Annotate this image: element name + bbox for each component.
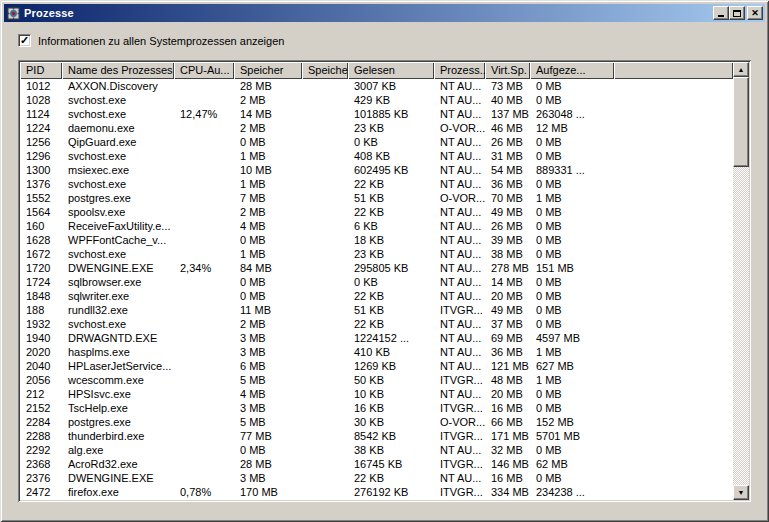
column-header-namedesprozesses[interactable]: Name des Prozesses [62,62,174,79]
table-cell [174,415,234,429]
table-cell [302,401,348,415]
scrollbar-track[interactable] [733,167,749,485]
table-cell: 278 MB [485,261,530,275]
table-cell: 0 MB [530,289,614,303]
table-row[interactable]: 1124svchost.exe12,47%14 MB101885 KBNT AU… [20,107,733,121]
table-row[interactable]: 2376DWENGINE.EXE3 MB22 KBNT AU...16 MB0 … [20,471,733,485]
table-row[interactable]: 160ReceiveFaxUtility.e...4 MB6 KBNT AU..… [20,219,733,233]
table-row[interactable]: 2020hasplms.exe3 MB410 KBNT AU...36 MB1 … [20,345,733,359]
table-row[interactable]: 1028svchost.exe2 MB429 KBNT AU...40 MB0 … [20,93,733,107]
table-cell: hasplms.exe [62,345,174,359]
table-cell: 0 MB [530,275,614,289]
table-row[interactable]: 1724sqlbrowser.exe0 MB0 KBNT AU...14 MB0… [20,275,733,289]
table-cell [302,303,348,317]
table-cell [302,471,348,485]
table-cell: NT AU... [434,345,485,359]
table-cell: svchost.exe [62,107,174,121]
table-cell: NT AU... [434,247,485,261]
column-header-blank[interactable] [614,62,733,79]
table-row[interactable]: 2152TscHelp.exe3 MB16 KBITVGR...16 MB0 M… [20,401,733,415]
column-header-speicher[interactable]: Speicher [234,62,302,79]
process-listview: PIDName des ProzessesCPU-Au...SpeicherSp… [18,60,751,502]
close-button[interactable]: ✕ [747,6,763,20]
table-cell: 1300 [20,163,62,177]
scroll-up-icon: ▲ [738,63,745,76]
table-cell: 10 KB [348,387,434,401]
table-cell: 0 MB [530,149,614,163]
table-cell: wcescomm.exe [62,373,174,387]
table-cell: 234238 ... [530,485,614,499]
column-header-cpuau[interactable]: CPU-Au... [174,62,234,79]
table-row[interactable]: 1720DWENGINE.EXE2,34%84 MB295805 KBNT AU… [20,261,733,275]
table-cell [174,373,234,387]
table-row[interactable]: 1672svchost.exe1 MB23 KBNT AU...38 MB0 M… [20,247,733,261]
column-header-aufgeze[interactable]: Aufgeze... [530,62,614,79]
table-row[interactable]: 1628WPFFontCache_v...0 MB18 KBNT AU...39… [20,233,733,247]
table-row[interactable]: 212HPSIsvc.exe4 MB10 KBNT AU...20 MB0 MB [20,387,733,401]
table-row[interactable]: 2292alg.exe0 MB38 KBNT AU...32 MB0 MB [20,443,733,457]
table-row[interactable]: 2284postgres.exe5 MB30 KBO-VOR...66 MB15… [20,415,733,429]
table-row[interactable]: 1224daemonu.exe2 MB23 KBO-VOR...46 MB12 … [20,121,733,135]
column-header-virtsp[interactable]: Virt.Sp. [485,62,530,79]
table-cell: 1 MB [530,191,614,205]
scroll-up-button[interactable]: ▲ [733,62,749,77]
table-cell: 2,34% [174,261,234,275]
table-cell: svchost.exe [62,93,174,107]
vertical-scrollbar[interactable]: ▲ ▼ [733,62,749,500]
column-header-pid[interactable]: PID [20,62,62,79]
table-row[interactable]: 1256QipGuard.exe0 MB0 KBNT AU...26 MB0 M… [20,135,733,149]
table-cell [174,401,234,415]
table-row[interactable]: 2368AcroRd32.exe28 MB16745 KBITVGR...146… [20,457,733,471]
table-cell: 0 MB [530,177,614,191]
table-cell [302,443,348,457]
table-cell: 101885 KB [348,107,434,121]
table-cell: 2 MB [234,121,302,135]
table-cell: 16 KB [348,401,434,415]
table-cell: 2 MB [234,93,302,107]
table-row[interactable]: 2472firefox.exe0,78%170 MB276192 KBITVGR… [20,485,733,499]
column-header-prozess[interactable]: Prozess... [434,62,485,79]
table-cell: 23 KB [348,247,434,261]
table-cell: 14 MB [234,107,302,121]
table-row[interactable]: 1300msiexec.exe10 MB602495 KBNT AU...54 … [20,163,733,177]
table-row[interactable]: 1564spoolsv.exe2 MB22 KBNT AU...49 MB0 M… [20,205,733,219]
table-cell: 7 MB [234,191,302,205]
table-cell: 10 MB [234,163,302,177]
scrollbar-thumb[interactable] [733,77,749,167]
maximize-button[interactable] [729,6,745,20]
table-cell: 50 KB [348,373,434,387]
column-header-gelesen[interactable]: Gelesen [348,62,434,79]
table-cell: 22 KB [348,471,434,485]
table-cell: 77 MB [234,429,302,443]
table-row[interactable]: 1012AXXON.Discovery28 MB3007 KBNT AU...7… [20,79,733,93]
window-controls: ✕ [713,6,763,20]
table-cell: 2 MB [234,205,302,219]
table-row[interactable]: 1296svchost.exe1 MB408 KBNT AU...31 MB0 … [20,149,733,163]
minimize-button[interactable] [713,6,729,20]
show-all-system-processes-option[interactable]: ✓ Informationen zu allen Systemprozessen… [18,34,751,47]
checkbox-box[interactable]: ✓ [18,34,31,47]
table-row[interactable]: 1940DRWAGNTD.EXE3 MB1224152 ...NT AU...6… [20,331,733,345]
table-cell: 54 MB [485,163,530,177]
table-row[interactable]: 2288thunderbird.exe77 MB8542 KBITVGR...1… [20,429,733,443]
table-cell [174,135,234,149]
table-cell: 0 MB [530,219,614,233]
table-row[interactable]: 2056wcescomm.exe5 MB50 KBITVGR...48 MB1 … [20,373,733,387]
table-cell [302,373,348,387]
table-row[interactable]: 1552postgres.exe7 MB51 KBO-VOR...70 MB1 … [20,191,733,205]
table-cell: 16 MB [485,401,530,415]
table-row[interactable]: 1932svchost.exe2 MB22 KBNT AU...37 MB0 M… [20,317,733,331]
table-cell [302,289,348,303]
scroll-down-button[interactable]: ▼ [733,485,749,500]
titlebar[interactable]: Prozesse ✕ [4,4,765,22]
table-cell: 2284 [20,415,62,429]
table-row[interactable]: 1848sqlwriter.exe0 MB22 KBNT AU...20 MB0… [20,289,733,303]
table-cell: ITVGR... [434,485,485,499]
table-cell: 1012 [20,79,62,93]
table-row[interactable]: 2040HPLaserJetService...6 MB1269 KBNT AU… [20,359,733,373]
table-cell [302,219,348,233]
table-row[interactable]: 188rundll32.exe11 MB51 KBITVGR...49 MB0 … [20,303,733,317]
table-cell: 0 MB [530,79,614,93]
table-row[interactable]: 1376svchost.exe1 MB22 KBNT AU...36 MB0 M… [20,177,733,191]
column-header-speiche[interactable]: Speiche... [302,62,348,79]
